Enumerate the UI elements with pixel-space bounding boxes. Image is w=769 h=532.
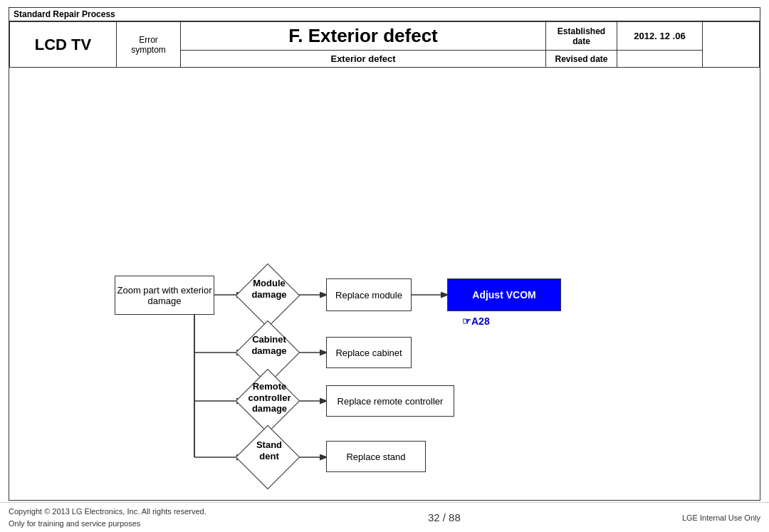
page-wrapper: Standard Repair Process LCD TV Error sym… xyxy=(0,0,769,501)
diamond-stand: Stand dent xyxy=(243,432,293,482)
lcd-tv-cell: LCD TV xyxy=(10,22,117,68)
zoom-box: Zoom part with exterior damage xyxy=(115,276,214,315)
top-label: Standard Repair Process xyxy=(9,8,760,21)
replace-stand-box: Replace stand xyxy=(326,441,426,472)
replace-module-box: Replace module xyxy=(326,278,412,311)
adjust-vcom-box: Adjust VCOM xyxy=(447,278,561,311)
ref-a28: ☞A28 xyxy=(462,315,490,327)
outer-border: Standard Repair Process LCD TV Error sym… xyxy=(9,7,760,501)
established-date-cell: 2012. 12 .06 xyxy=(617,22,703,51)
footer-left: Copyright © 2013 LG Electronics, Inc. Al… xyxy=(9,506,206,529)
revised-label-cell: Revised date xyxy=(546,51,617,68)
main-content: Zoom part with exterior damage Module da… xyxy=(9,68,760,500)
diamond-remote: Remote controller damage xyxy=(243,376,293,426)
error-symptom-cell: Error symptom xyxy=(117,22,181,68)
title-main-cell: F. Exterior defect xyxy=(181,22,546,51)
title-sub-cell: Exterior defect xyxy=(181,51,546,68)
extra-cell xyxy=(703,22,760,68)
diamond-module: Module damage xyxy=(243,271,293,320)
replace-remote-box: Replace remote controller xyxy=(326,385,454,417)
replace-cabinet-box: Replace cabinet xyxy=(326,337,412,368)
footer-right: LGE Internal Use Only xyxy=(682,513,760,522)
established-label-cell: Established date xyxy=(546,22,617,51)
footer: Copyright © 2013 LG Electronics, Inc. Al… xyxy=(0,502,769,532)
revised-date-cell xyxy=(617,51,703,68)
header-table: LCD TV Error symptom F. Exterior defect … xyxy=(9,21,760,68)
footer-center: 32 / 88 xyxy=(428,511,461,523)
